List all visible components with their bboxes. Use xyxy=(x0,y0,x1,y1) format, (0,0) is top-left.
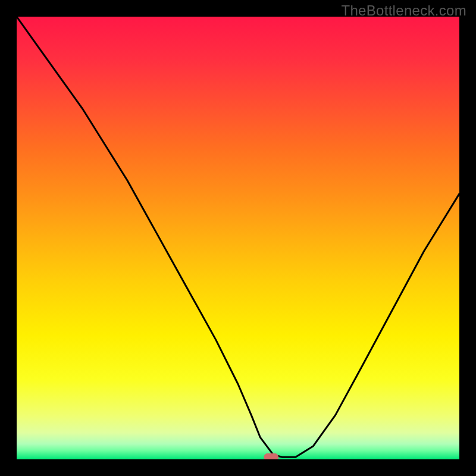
optimum-marker xyxy=(264,453,278,459)
plot-area xyxy=(17,17,459,459)
gradient-background xyxy=(17,17,459,459)
bottleneck-chart xyxy=(17,17,459,459)
chart-frame: TheBottleneck.com xyxy=(0,0,476,476)
